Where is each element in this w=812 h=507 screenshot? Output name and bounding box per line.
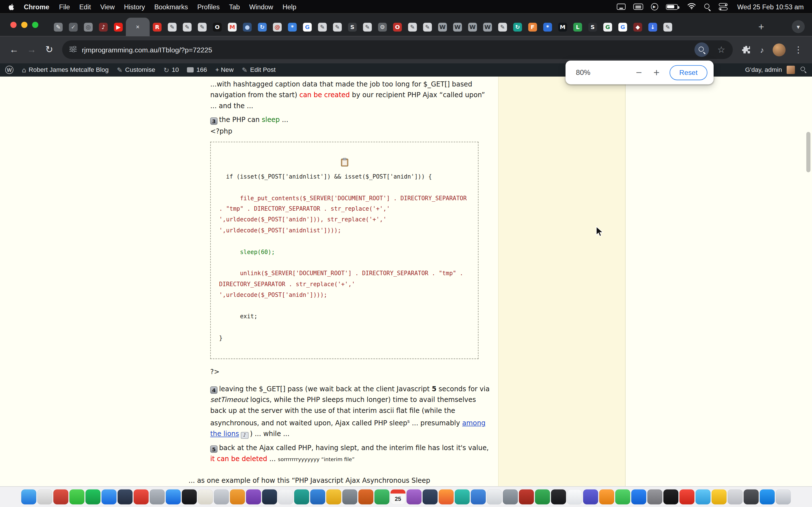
tab-tools[interactable]: ✎	[51, 17, 66, 36]
tab-download[interactable]: ↓	[645, 17, 660, 36]
dock-app-9-icon[interactable]	[150, 490, 165, 504]
play-circle-icon[interactable]: ▶	[651, 3, 658, 10]
tab-stack[interactable]: S	[345, 17, 360, 36]
menu-item-history[interactable]: History	[119, 3, 149, 11]
new-tab-button[interactable]: +	[755, 21, 767, 33]
dock-app-39-icon[interactable]	[631, 490, 646, 504]
tab-opera[interactable]: O	[390, 17, 405, 36]
dock-app-22-icon[interactable]	[358, 490, 373, 504]
menu-item-file[interactable]: File	[54, 3, 75, 11]
site-settings-icon[interactable]	[69, 46, 77, 54]
account-greeting[interactable]: G'day, admin	[745, 66, 782, 73]
tab-pencil-7[interactable]: ✎	[405, 17, 420, 36]
scrollbar-thumb[interactable]	[806, 132, 811, 172]
tab-wp-4[interactable]: W	[480, 17, 495, 36]
finder-icon[interactable]	[21, 490, 36, 504]
dock-app-45-icon[interactable]	[728, 490, 743, 504]
url-text[interactable]: rjmprogramming.com.au/ITblog/?p=72225	[82, 46, 689, 54]
mail-icon[interactable]	[101, 490, 116, 504]
admin-avatar[interactable]	[786, 66, 795, 74]
dock-app-38-icon[interactable]	[615, 490, 630, 504]
updates-menu[interactable]: ↻10	[163, 66, 179, 74]
address-bar[interactable]: rjmprogramming.com.au/ITblog/?p=72225 ☆	[62, 40, 732, 59]
browser-menu-icon[interactable]: ⋮	[790, 44, 807, 55]
dock-app-37-icon[interactable]	[599, 490, 614, 504]
dock-app-29-icon[interactable]	[471, 490, 486, 504]
zoom-indicator-icon[interactable]	[695, 43, 709, 57]
site-name-menu[interactable]: ⌂Robert James Metcalfe Blog	[22, 66, 109, 74]
edit-post-menu[interactable]: ✎Edit Post	[242, 66, 276, 74]
dock-app-25-icon[interactable]	[407, 490, 421, 504]
wifi-icon[interactable]	[687, 3, 696, 11]
dock-app-15-icon[interactable]	[246, 490, 261, 504]
dock-app-2-icon[interactable]	[37, 490, 52, 504]
admin-search-icon[interactable]	[800, 65, 807, 74]
messages-icon[interactable]	[69, 490, 84, 504]
dock-app-5-icon[interactable]	[86, 490, 100, 504]
dock-app-3-icon[interactable]	[53, 490, 68, 504]
dock-app-31-icon[interactable]	[503, 490, 518, 504]
tab-pencil-4[interactable]: ✎	[315, 17, 330, 36]
tab-wp-1[interactable]: W	[435, 17, 450, 36]
reload-button[interactable]: ↻	[40, 44, 58, 55]
calendar-icon[interactable]: 25	[391, 490, 405, 504]
dock-app-19-icon[interactable]	[310, 490, 325, 504]
new-content-menu[interactable]: + New	[215, 66, 234, 73]
tab-wp-2[interactable]: W	[450, 17, 465, 36]
tab-search-chevron-icon[interactable]: ▾	[792, 20, 805, 33]
dock-app-46-icon[interactable]	[744, 490, 759, 504]
dock-app-13-icon[interactable]	[214, 490, 229, 504]
tab-pencil-5[interactable]: ✎	[330, 17, 345, 36]
dock-app-7-icon[interactable]	[117, 490, 133, 504]
tab-globe[interactable]: ●	[240, 17, 255, 36]
tab-pencil-8[interactable]: ✎	[420, 17, 435, 36]
terminal-icon[interactable]	[182, 490, 197, 504]
safari-icon[interactable]	[166, 490, 181, 504]
close-window-button[interactable]	[10, 22, 17, 28]
tab-wp-3[interactable]: W	[465, 17, 480, 36]
dock-app-40-icon[interactable]	[647, 490, 662, 504]
dock-app-47-icon[interactable]	[760, 490, 774, 504]
zoom-out-button[interactable]: −	[630, 64, 648, 81]
menu-app-name[interactable]: Chrome	[18, 3, 54, 11]
tab-road[interactable]: R	[150, 17, 165, 36]
firefox-icon[interactable]	[439, 490, 454, 504]
tab-shield[interactable]: ◆	[630, 17, 645, 36]
control-center-icon[interactable]	[719, 3, 727, 10]
tab-flake[interactable]: *	[285, 17, 300, 36]
tab-mdn[interactable]: M	[555, 17, 570, 36]
dock-app-14-icon[interactable]	[230, 490, 245, 504]
keyboard-icon[interactable]	[633, 4, 643, 10]
zoom-window-button[interactable]	[32, 22, 38, 28]
tab-stack-2[interactable]: S	[585, 17, 600, 36]
trash-icon[interactable]	[776, 490, 791, 504]
tab-google[interactable]: G	[300, 17, 315, 36]
menu-item-edit[interactable]: Edit	[75, 3, 96, 11]
spotlight-search-icon[interactable]	[703, 3, 711, 10]
media-controls-icon[interactable]: ♪	[755, 45, 769, 54]
wp-logo-menu[interactable]: W	[5, 66, 13, 74]
tab-google-2[interactable]: G	[615, 17, 630, 36]
dock-app-42-icon[interactable]	[679, 490, 695, 504]
tab-firefox[interactable]: F	[525, 17, 540, 36]
profile-avatar[interactable]	[772, 43, 785, 56]
screen-mirroring-icon[interactable]	[617, 4, 625, 10]
dock-app-32-icon[interactable]	[519, 490, 534, 504]
dock-app-12-icon[interactable]	[198, 490, 213, 504]
tab-debian[interactable]: @	[270, 17, 285, 36]
tab-flake-2[interactable]: *	[540, 17, 555, 36]
dock-app-17-icon[interactable]	[278, 490, 293, 504]
menu-item-bookmarks[interactable]: Bookmarks	[150, 3, 193, 11]
dock-app-26-icon[interactable]	[423, 490, 438, 504]
comments-menu[interactable]: 166	[187, 66, 207, 73]
menu-item-window[interactable]: Window	[245, 3, 278, 11]
dock-app-16-icon[interactable]	[262, 490, 277, 504]
tab-media[interactable]: ♪	[96, 17, 111, 36]
tab-target[interactable]: ◎	[81, 17, 96, 36]
dock-app-21-icon[interactable]	[342, 490, 357, 504]
tab-pencil-1[interactable]: ✎	[165, 17, 180, 36]
tab-gear[interactable]: ⚙	[375, 17, 390, 36]
dock-app-20-icon[interactable]	[326, 490, 341, 504]
tab-pencil-9[interactable]: ✎	[495, 17, 510, 36]
tab-check[interactable]: ✓	[66, 17, 81, 36]
